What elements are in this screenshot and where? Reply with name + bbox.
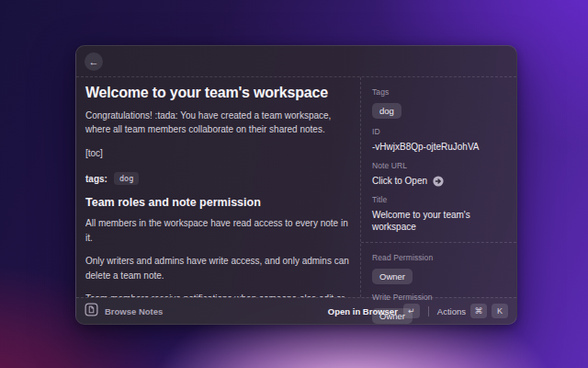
browse-notes-icon [85, 303, 98, 320]
meta-title-value: Welcome to your team's workspace [372, 209, 505, 233]
meta-id-label: ID [372, 127, 505, 136]
main-area: Welcome to your team's workspace Congrat… [76, 77, 516, 297]
app-window: ← Welcome to your team's workspace Congr… [75, 45, 517, 325]
meta-tags-label: Tags [372, 87, 505, 97]
meta-id-value: -vHwjxB8Qp-ojteRuJohVA [372, 141, 505, 153]
note-toc: [toc] [85, 146, 349, 161]
window-header: ← [76, 46, 516, 77]
meta-read-permission-label: Read Permission [372, 253, 505, 262]
open-in-browser-button[interactable]: Open in Browser ↵ [328, 304, 420, 318]
footer-divider [428, 306, 429, 316]
note-tags-label: tags: [85, 174, 107, 184]
note-tag-chip: dog [114, 172, 139, 185]
command-info: Browse Notes [85, 303, 163, 320]
meta-read-permission-badge: Owner [372, 269, 413, 284]
note-preview[interactable]: Welcome to your team's workspace Congrat… [76, 77, 361, 297]
actions-menu-button[interactable]: Actions ⌘ K [437, 304, 508, 318]
meta-title-label: Title [372, 195, 505, 204]
note-url-open-label: Click to Open [372, 175, 427, 187]
footer-actions: Open in Browser ↵ Actions ⌘ K [328, 304, 508, 318]
meta-read-permission: Read Permission Owner [372, 253, 505, 284]
command-key-icon: ⌘ [470, 304, 487, 318]
back-arrow-icon: ← [89, 52, 99, 71]
note-paragraph-write: Only writers and admins have write acces… [85, 254, 349, 282]
meta-id: ID -vHwjxB8Qp-ojteRuJohVA [372, 127, 505, 153]
note-tags-row: tags: dog [85, 172, 349, 185]
open-in-browser-label: Open in Browser [328, 306, 398, 316]
note-paragraph-intro: Congratulations! :tada: You have created… [85, 109, 349, 137]
sidebar-divider [361, 242, 516, 243]
meta-title: Title Welcome to your team's workspace [372, 195, 505, 233]
note-url-open-link[interactable]: Click to Open [372, 175, 505, 187]
meta-tags: Tags dog [372, 87, 505, 119]
meta-note-url-label: Note URL [372, 161, 505, 170]
actions-label: Actions [437, 306, 466, 316]
k-key-icon: K [492, 304, 508, 318]
action-bar: Browse Notes Open in Browser ↵ Actions ⌘… [76, 297, 516, 324]
meta-tag-badge[interactable]: dog [372, 103, 401, 119]
arrow-circle-icon [433, 176, 444, 187]
note-paragraph-read: All members in the workspace have read a… [85, 216, 349, 245]
back-button[interactable]: ← [85, 52, 103, 71]
metadata-sidebar: Tags dog ID -vHwjxB8Qp-ojteRuJohVA Note … [361, 77, 516, 297]
command-name: Browse Notes [105, 306, 163, 316]
meta-note-url: Note URL Click to Open [372, 161, 505, 187]
note-heading: Welcome to your team's workspace [85, 85, 349, 102]
note-subheading: Team roles and note permission [85, 196, 349, 209]
enter-key-icon: ↵ [403, 304, 420, 318]
